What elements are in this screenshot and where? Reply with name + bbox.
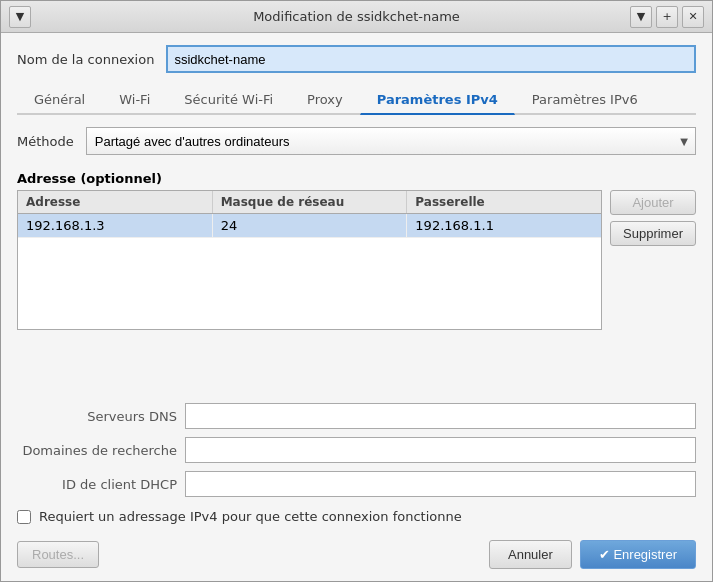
dns-input[interactable] (185, 403, 696, 429)
dns-label: Serveurs DNS (17, 409, 177, 424)
connection-name-row: Nom de la connexion (17, 45, 696, 73)
method-row: Méthode Partagé avec d'autres ordinateur… (17, 127, 696, 155)
tab-wifi[interactable]: Wi-Fi (102, 85, 167, 113)
add-address-button[interactable]: Ajouter (610, 190, 696, 215)
method-label: Méthode (17, 134, 74, 149)
routes-button[interactable]: Routes... (17, 541, 99, 568)
col-mask: Masque de réseau (213, 191, 408, 213)
method-select-wrapper: Partagé avec d'autres ordinateurs (86, 127, 696, 155)
addresses-container: Adresse Masque de réseau Passerelle 192.… (17, 190, 696, 387)
col-address: Adresse (18, 191, 213, 213)
bottom-row: Routes... Annuler ✔ Enregistrer (17, 540, 696, 569)
titlebar: ▼ Modification de ssidkchet-name ▼ + ✕ (1, 1, 712, 33)
cell-mask: 24 (213, 214, 408, 237)
table-header: Adresse Masque de réseau Passerelle (18, 191, 601, 214)
minimize-button[interactable]: ▼ (630, 6, 652, 28)
remove-address-button[interactable]: Supprimer (610, 221, 696, 246)
method-select[interactable]: Partagé avec d'autres ordinateurs (86, 127, 696, 155)
dhcp-input[interactable] (185, 471, 696, 497)
tab-ipv6[interactable]: Paramètres IPv6 (515, 85, 655, 113)
titlebar-right-buttons: ▼ + ✕ (630, 6, 704, 28)
tab-wifi-security[interactable]: Sécurité Wi-Fi (167, 85, 290, 113)
addresses-table: Adresse Masque de réseau Passerelle 192.… (17, 190, 602, 330)
close-button[interactable]: ✕ (682, 6, 704, 28)
connection-name-input[interactable] (166, 45, 696, 73)
search-input[interactable] (185, 437, 696, 463)
connection-name-label: Nom de la connexion (17, 52, 154, 67)
window: ▼ Modification de ssidkchet-name ▼ + ✕ N… (0, 0, 713, 582)
search-label: Domaines de recherche (17, 443, 177, 458)
dhcp-row: ID de client DHCP (17, 471, 696, 497)
main-content: Nom de la connexion Général Wi-Fi Sécuri… (1, 33, 712, 581)
dns-row: Serveurs DNS (17, 403, 696, 429)
tab-proxy[interactable]: Proxy (290, 85, 360, 113)
table-row[interactable]: 192.168.1.3 24 192.168.1.1 (18, 214, 601, 238)
dhcp-label: ID de client DHCP (17, 477, 177, 492)
save-button[interactable]: ✔ Enregistrer (580, 540, 696, 569)
addresses-section-title: Adresse (optionnel) (17, 171, 696, 186)
action-buttons: Annuler ✔ Enregistrer (489, 540, 696, 569)
cell-address: 192.168.1.3 (18, 214, 213, 237)
window-title: Modification de ssidkchet-name (253, 9, 460, 24)
tab-general[interactable]: Général (17, 85, 102, 113)
tab-ipv4[interactable]: Paramètres IPv4 (360, 85, 515, 115)
checkbox-row: Requiert un adressage IPv4 pour que cett… (17, 509, 696, 524)
maximize-button[interactable]: + (656, 6, 678, 28)
addresses-buttons: Ajouter Supprimer (610, 190, 696, 387)
tabs-bar: Général Wi-Fi Sécurité Wi-Fi Proxy Param… (17, 85, 696, 115)
cell-gateway: 192.168.1.1 (407, 214, 601, 237)
col-gateway: Passerelle (407, 191, 601, 213)
menu-icon[interactable]: ▼ (9, 6, 31, 28)
cancel-button[interactable]: Annuler (489, 540, 572, 569)
addresses-section: Adresse (optionnel) Adresse Masque de ré… (17, 171, 696, 387)
checkbox-label: Requiert un adressage IPv4 pour que cett… (39, 509, 462, 524)
search-row: Domaines de recherche (17, 437, 696, 463)
form-rows: Serveurs DNS Domaines de recherche ID de… (17, 403, 696, 497)
titlebar-left-buttons: ▼ (9, 6, 31, 28)
ipv4-required-checkbox[interactable] (17, 510, 31, 524)
